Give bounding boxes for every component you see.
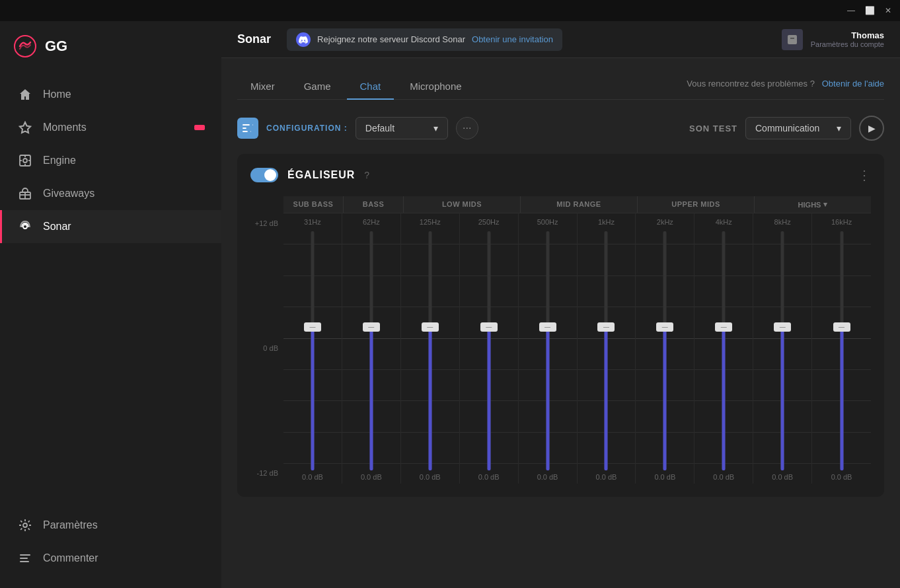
svg-point-22 xyxy=(246,127,250,130)
config-more-button[interactable]: ··· xyxy=(456,117,478,139)
eq-help-icon[interactable]: ? xyxy=(364,170,369,180)
discord-invite-link[interactable]: Obtenir une invitation xyxy=(472,34,553,44)
sidebar-item-comment-label: Commenter xyxy=(43,552,98,564)
db-value-16kHz: 0.0 dB xyxy=(831,473,852,484)
slider-wrapper-250Hz: — xyxy=(460,231,518,470)
sliders-row: 31Hz—0.0 dB62Hz—0.0 dB125Hz—0.0 dB250Hz—… xyxy=(283,213,871,484)
track-fill-16kHz xyxy=(840,327,843,470)
user-settings-link[interactable]: Paramètres du compte xyxy=(811,40,884,48)
settings-icon xyxy=(18,518,32,533)
minimize-button[interactable]: — xyxy=(844,4,858,17)
slider-wrapper-8kHz: — xyxy=(753,231,811,470)
sidebar-item-comment[interactable]: Commenter xyxy=(0,542,221,575)
sidebar-item-moments[interactable]: Moments xyxy=(0,111,221,144)
header-title: Sonar xyxy=(237,32,271,46)
freq-label-8kHz: 8kHz xyxy=(774,218,791,226)
user-info: Thomas Paramètres du compte xyxy=(811,30,884,48)
track-fill-2kHz xyxy=(663,327,667,470)
eq-chart: +12 dB 0 dB -12 dB xyxy=(250,213,871,484)
db-value-250Hz: 0.0 dB xyxy=(478,473,500,484)
close-button[interactable]: ✕ xyxy=(881,4,895,17)
config-select[interactable]: Default ▾ xyxy=(356,117,448,139)
track-fill-125Hz xyxy=(428,327,431,470)
maximize-button[interactable]: ⬜ xyxy=(863,4,876,17)
band-groups-row: SUB BASS BASS LOW MIDS MID RANGE UPPER M… xyxy=(283,196,871,213)
slider-wrapper-16kHz: — xyxy=(812,231,871,470)
band-group-highs: HIGHS ▾ xyxy=(755,196,871,213)
db-label-0: 0 dB xyxy=(250,344,278,352)
slider-handle-8kHz[interactable]: — xyxy=(774,322,791,332)
tab-chat[interactable]: Chat xyxy=(347,74,394,100)
db-label-neg12: -12 dB xyxy=(250,469,278,477)
slider-handle-1kHz[interactable]: — xyxy=(597,322,615,332)
slider-wrapper-125Hz: — xyxy=(401,231,459,470)
slider-handle-500Hz[interactable]: — xyxy=(539,322,556,332)
sidebar-item-home[interactable]: Home xyxy=(0,78,221,111)
eq-more-button[interactable]: ⋮ xyxy=(858,167,871,183)
tab-mixer[interactable]: Mixer xyxy=(237,74,288,100)
slider-wrapper-31Hz: — xyxy=(283,231,342,470)
slider-col-1kHz: 1kHz—0.0 dB xyxy=(578,213,636,484)
svg-point-21 xyxy=(250,124,253,127)
config-dropdown-icon: ▾ xyxy=(433,123,438,133)
tabs-row: Mixer Game Chat Microphone Vous rencontr… xyxy=(237,74,884,100)
eq-header: ÉGALISEUR ? ⋮ xyxy=(250,167,871,183)
sidebar-item-giveaways[interactable]: Giveaways xyxy=(0,177,221,210)
highs-dropdown-icon[interactable]: ▾ xyxy=(823,200,827,209)
user-name: Thomas xyxy=(811,30,884,40)
main-content: Sonar Rejoignez notre serveur Discord So… xyxy=(221,21,900,588)
discord-text: Rejoignez notre serveur Discord Sonar xyxy=(317,34,465,44)
tab-help: Vous rencontrez des problèmes ? Obtenir … xyxy=(687,79,884,95)
steelseries-icon xyxy=(13,34,37,58)
band-group-mid-range: MID RANGE xyxy=(521,196,638,213)
freq-label-62Hz: 62Hz xyxy=(363,218,380,226)
slider-handle-16kHz[interactable]: — xyxy=(833,322,850,332)
sound-dropdown-icon: ▾ xyxy=(837,123,841,133)
track-fill-4kHz xyxy=(722,327,726,470)
tab-help-link[interactable]: Obtenir de l'aide xyxy=(822,79,884,89)
svg-point-23 xyxy=(248,130,251,133)
slider-wrapper-2kHz: — xyxy=(636,231,694,470)
tab-game[interactable]: Game xyxy=(291,74,344,100)
slider-handle-4kHz[interactable]: — xyxy=(715,322,732,332)
config-label: CONFIGURATION : xyxy=(266,124,348,133)
slider-col-8kHz: 8kHz—0.0 dB xyxy=(753,213,812,484)
svg-rect-2 xyxy=(194,125,205,130)
slider-handle-2kHz[interactable]: — xyxy=(656,322,673,332)
freq-label-4kHz: 4kHz xyxy=(716,218,732,226)
tab-microphone[interactable]: Microphone xyxy=(396,74,474,100)
slider-col-31Hz: 31Hz—0.0 dB xyxy=(283,213,342,484)
sidebar-logo: GG xyxy=(0,34,221,78)
play-button[interactable]: ▶ xyxy=(859,116,884,141)
slider-wrapper-62Hz: — xyxy=(342,231,400,470)
slider-handle-250Hz[interactable]: — xyxy=(480,322,498,332)
giveaways-icon xyxy=(18,186,32,201)
slider-handle-31Hz[interactable]: — xyxy=(304,322,321,332)
slider-col-2kHz: 2kHz—0.0 dB xyxy=(636,213,694,484)
sidebar-item-sonar[interactable]: Sonar xyxy=(0,210,221,243)
sound-selected-value: Communication xyxy=(755,123,819,133)
db-value-62Hz: 0.0 dB xyxy=(361,473,382,484)
track-fill-500Hz xyxy=(546,327,549,470)
slider-handle-62Hz[interactable]: — xyxy=(363,322,380,332)
slider-wrapper-1kHz: — xyxy=(578,231,636,470)
sidebar-item-engine[interactable]: Engine xyxy=(0,144,221,177)
header-right: Thomas Paramètres du compte xyxy=(782,29,884,50)
sound-test-select[interactable]: Communication ▾ xyxy=(745,117,851,139)
title-bar: — ⬜ ✕ xyxy=(0,0,900,21)
sidebar-item-settings[interactable]: Paramètres xyxy=(0,509,221,542)
slider-handle-125Hz[interactable]: — xyxy=(422,322,439,332)
freq-label-250Hz: 250Hz xyxy=(478,218,500,226)
sidebar: GG Home Moments xyxy=(0,21,221,588)
eq-toggle[interactable] xyxy=(250,168,278,182)
db-value-8kHz: 0.0 dB xyxy=(772,473,793,484)
db-value-4kHz: 0.0 dB xyxy=(713,473,734,484)
freq-label-125Hz: 125Hz xyxy=(420,218,441,226)
comment-icon xyxy=(18,551,32,566)
band-group-sub-bass: SUB BASS xyxy=(283,196,344,213)
svg-rect-16 xyxy=(20,561,29,562)
track-fill-250Hz xyxy=(487,327,490,470)
freq-label-500Hz: 500Hz xyxy=(537,218,558,226)
moments-badge xyxy=(194,122,206,133)
sidebar-item-sonar-label: Sonar xyxy=(43,221,71,233)
